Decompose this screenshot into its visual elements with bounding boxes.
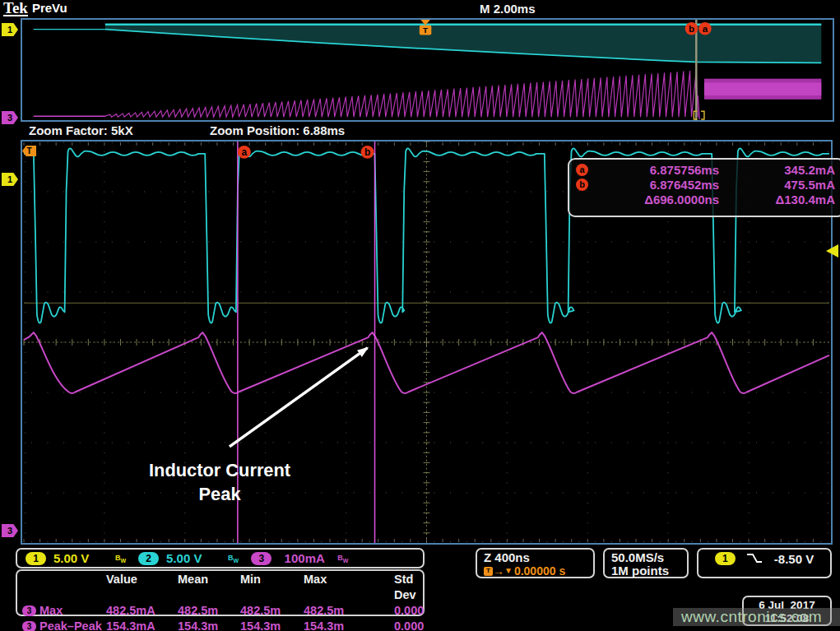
falling-edge-icon bbox=[746, 552, 763, 564]
svg-text:Peak: Peak bbox=[199, 484, 242, 504]
overview-cursor-a-badge[interactable]: a bbox=[698, 22, 711, 35]
overview-ch1-marker[interactable]: 1 bbox=[2, 23, 18, 36]
arrow-right-icon: → bbox=[493, 564, 504, 578]
meas-header-value: Value bbox=[106, 572, 178, 603]
ch1-bandwidth-icon: BW bbox=[115, 554, 126, 564]
svg-text:a: a bbox=[703, 23, 708, 34]
ch1-badge[interactable]: 1 bbox=[26, 552, 46, 565]
meas-header-min: Min bbox=[240, 572, 304, 603]
svg-text:b: b bbox=[364, 146, 370, 158]
meas-header-stddev: Std Dev bbox=[394, 572, 424, 603]
cursor-a-value: 345.2mA bbox=[719, 163, 835, 177]
meas-cell: 154.3m bbox=[240, 619, 304, 631]
horizontal-position-value: 0.00000 s bbox=[514, 564, 565, 578]
svg-text:Inductor Current: Inductor Current bbox=[149, 460, 290, 480]
meas-row1-label: 3 Max bbox=[22, 603, 106, 619]
horizontal-position-row: T → ▼ 0.00000 s bbox=[484, 564, 587, 578]
svg-text:a: a bbox=[242, 146, 248, 158]
trigger-level-arrow-icon[interactable] bbox=[826, 244, 838, 258]
overview-cursor-b-badge[interactable]: b bbox=[685, 22, 698, 35]
inductor-peak-annotation: Inductor Current Peak bbox=[149, 348, 368, 504]
watermark: www.cntronics.com bbox=[673, 608, 840, 626]
triangle-down-icon: ▼ bbox=[504, 564, 513, 578]
overview-trigger-marker[interactable]: T bbox=[420, 20, 432, 35]
ch3-scale[interactable]: 100mA bbox=[279, 551, 330, 565]
cursor-a-readout-badge: a bbox=[576, 164, 588, 176]
ch2-badge[interactable]: 2 bbox=[138, 552, 159, 565]
channel-scale-bar: 1 5.00 V BW 2 5.00 V BW 3 100mA BW bbox=[16, 548, 425, 568]
zoom-info-bar: Zoom Factor: 5kX Zoom Position: 6.88ms bbox=[21, 123, 834, 139]
svg-text:T: T bbox=[423, 26, 428, 35]
cursor-a-badge[interactable]: a bbox=[238, 146, 251, 159]
trigger-status-box[interactable]: 1 -8.50 V bbox=[697, 548, 832, 578]
cursor-b-readout-badge: b bbox=[576, 179, 588, 191]
cursor-delta-time: Δ696.0000ns bbox=[596, 193, 719, 206]
cursor-b-badge[interactable]: b bbox=[361, 146, 374, 159]
ch3-badge[interactable]: 3 bbox=[251, 552, 271, 565]
zoom-scale-readout: Z 400ns bbox=[484, 550, 587, 564]
meas-cell: 0.000 bbox=[394, 619, 424, 631]
meas-cell: 482.5mA bbox=[106, 603, 178, 619]
overview-ch3-marker[interactable]: 3 bbox=[2, 111, 18, 124]
acquisition-box[interactable]: 50.0MS/s 1M points bbox=[603, 548, 689, 578]
meas-cell: 482.5m bbox=[178, 603, 240, 619]
trigger-level-readout: -8.50 V bbox=[774, 552, 814, 566]
ch2-bandwidth-icon: BW bbox=[228, 554, 239, 564]
status-row: Tek PreVu bbox=[3, 1, 67, 16]
tek-logo: Tek bbox=[3, 1, 28, 16]
trigger-icon: T bbox=[484, 567, 493, 576]
meas-header-max: Max bbox=[304, 572, 394, 603]
trigger-source-badge: 1 bbox=[715, 552, 736, 565]
sample-rate-readout: 50.0MS/s bbox=[611, 550, 680, 564]
meas-row2-label: 3 Peak–Peak bbox=[22, 619, 106, 631]
measurement-table[interactable]: Value Mean Min Max Std Dev 3 Max 482.5mA… bbox=[16, 569, 425, 616]
main-ch3-marker[interactable]: 3 bbox=[2, 524, 18, 537]
meas-cell: 154.3m bbox=[304, 619, 394, 631]
cursor-delta-value: Δ130.4mA bbox=[719, 193, 835, 206]
svg-text:b: b bbox=[689, 23, 694, 34]
oscilloscope-screen: Tek PreVu M 2.00ms T b a Zoom Factor: 5k… bbox=[0, 0, 840, 631]
record-length-readout: 1M points bbox=[611, 564, 680, 578]
ch3-bandwidth-icon: BW bbox=[337, 554, 348, 564]
cursor-b-time: 6.876452ms bbox=[596, 178, 719, 192]
zoom-position-label: Zoom Position: 6.88ms bbox=[210, 123, 345, 137]
overview-waveform-display: T b a bbox=[21, 18, 834, 122]
cursor-b-value: 475.5mA bbox=[719, 178, 835, 192]
main-ch1-marker[interactable]: 1 bbox=[2, 173, 18, 186]
meas-cell: 154.3mA bbox=[106, 619, 178, 631]
meas-cell: 482.5m bbox=[304, 603, 394, 619]
cursor-a-time: 6.875756ms bbox=[596, 163, 719, 177]
zoom-factor-label: Zoom Factor: 5kX bbox=[29, 123, 133, 137]
acquisition-mode-label: PreVu bbox=[32, 1, 67, 15]
horizontal-zoom-box[interactable]: Z 400ns T → ▼ 0.00000 s bbox=[476, 548, 595, 578]
cursor-readout-box: a 6.875756ms 345.2mA b 6.876452ms 475.5m… bbox=[568, 158, 840, 217]
meas-cell: 482.5m bbox=[240, 603, 304, 619]
meas-cell: 0.000 bbox=[394, 603, 424, 619]
ch2-scale[interactable]: 5.00 V bbox=[166, 551, 220, 565]
ch1-scale[interactable]: 5.00 V bbox=[53, 551, 108, 565]
meas-cell: 154.3m bbox=[178, 619, 240, 631]
meas-header-mean: Mean bbox=[178, 572, 240, 603]
main-timebase-label: M 2.00ms bbox=[480, 2, 536, 16]
